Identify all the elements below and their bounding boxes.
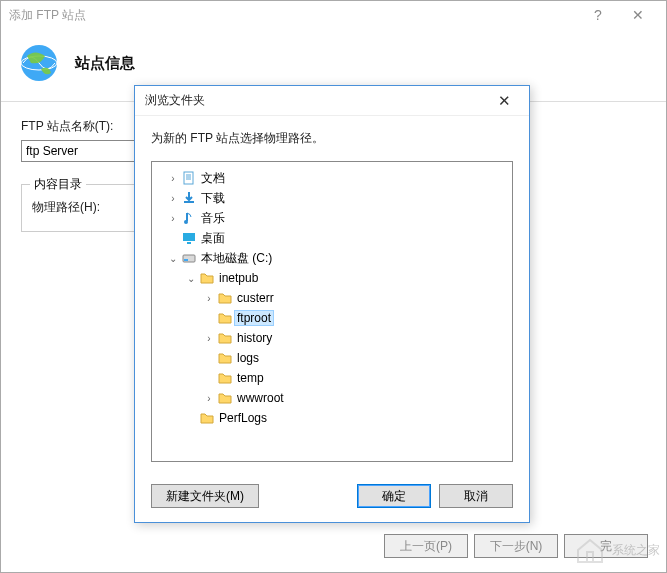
wizard-heading: 站点信息 <box>75 54 135 73</box>
tree-item-label: inetpub <box>216 270 261 286</box>
tree-item-label: PerfLogs <box>216 410 270 426</box>
help-button[interactable]: ? <box>578 7 618 23</box>
doc-icon <box>180 170 198 186</box>
tree-item[interactable]: ›custerr <box>158 288 506 308</box>
chevron-right-icon[interactable]: › <box>202 293 216 304</box>
folder-icon <box>216 330 234 346</box>
new-folder-button[interactable]: 新建文件夹(M) <box>151 484 259 508</box>
svg-rect-8 <box>183 233 195 241</box>
tree-item-label: 下载 <box>198 189 228 208</box>
tree-item-label: 文档 <box>198 169 228 188</box>
content-dir-fieldset: 内容目录 物理路径(H): <box>21 184 151 232</box>
folder-icon <box>216 390 234 406</box>
dialog-title: 浏览文件夹 <box>145 92 489 109</box>
folder-icon <box>216 310 234 326</box>
tree-item[interactable]: logs <box>158 348 506 368</box>
dialog-titlebar: 浏览文件夹 ✕ <box>135 86 529 116</box>
close-main-button[interactable]: ✕ <box>618 7 658 23</box>
chevron-down-icon[interactable]: ⌄ <box>184 273 198 284</box>
chevron-right-icon[interactable]: › <box>166 173 180 184</box>
tree-item[interactable]: ›文档 <box>158 168 506 188</box>
chevron-right-icon[interactable]: › <box>166 213 180 224</box>
main-titlebar: 添加 FTP 站点 ? ✕ <box>1 1 666 29</box>
finish-button[interactable]: 完 <box>564 534 648 558</box>
folder-icon <box>198 410 216 426</box>
desktop-icon <box>180 230 198 246</box>
back-button[interactable]: 上一页(P) <box>384 534 468 558</box>
tree-item-label: temp <box>234 370 267 386</box>
tree-item-label: 音乐 <box>198 209 228 228</box>
tree-item[interactable]: PerfLogs <box>158 408 506 428</box>
dialog-buttons: 新建文件夹(M) 确定 取消 <box>135 472 529 522</box>
chevron-down-icon[interactable]: ⌄ <box>166 253 180 264</box>
dialog-body: 为新的 FTP 站点选择物理路径。 ›文档›下载›音乐桌面⌄本地磁盘 (C:)⌄… <box>135 116 529 472</box>
tree-item-label: custerr <box>234 290 277 306</box>
svg-rect-11 <box>184 259 188 261</box>
add-ftp-site-window: 添加 FTP 站点 ? ✕ 站点信息 FTP 站点名称(T): 内容目录 物理路… <box>0 0 667 573</box>
tree-item[interactable]: ›下载 <box>158 188 506 208</box>
tree-item[interactable]: ftproot <box>158 308 506 328</box>
svg-point-7 <box>184 220 188 224</box>
tree-item[interactable]: 桌面 <box>158 228 506 248</box>
tree-item-label: 桌面 <box>198 229 228 248</box>
wizard-buttons: 上一页(P) 下一步(N) 完 <box>384 534 648 558</box>
content-dir-legend: 内容目录 <box>30 176 86 193</box>
disk-icon <box>180 250 198 266</box>
music-icon <box>180 210 198 226</box>
ok-button[interactable]: 确定 <box>357 484 431 508</box>
tree-item-label: logs <box>234 350 262 366</box>
chevron-right-icon[interactable]: › <box>202 333 216 344</box>
svg-rect-2 <box>184 172 193 184</box>
dialog-prompt: 为新的 FTP 站点选择物理路径。 <box>151 130 513 147</box>
chevron-right-icon[interactable]: › <box>166 193 180 204</box>
folder-tree[interactable]: ›文档›下载›音乐桌面⌄本地磁盘 (C:)⌄inetpub›custerrftp… <box>151 161 513 462</box>
svg-rect-9 <box>187 242 191 244</box>
physical-path-label: 物理路径(H): <box>32 199 140 216</box>
tree-item[interactable]: temp <box>158 368 506 388</box>
folder-icon <box>216 350 234 366</box>
folder-icon <box>216 370 234 386</box>
cancel-button[interactable]: 取消 <box>439 484 513 508</box>
tree-item-label: 本地磁盘 (C:) <box>198 249 275 268</box>
tree-item-label: history <box>234 330 275 346</box>
close-dialog-button[interactable]: ✕ <box>489 92 519 110</box>
tree-item[interactable]: ⌄本地磁盘 (C:) <box>158 248 506 268</box>
tree-item[interactable]: ›音乐 <box>158 208 506 228</box>
tree-item[interactable]: ›wwwroot <box>158 388 506 408</box>
folder-icon <box>198 270 216 286</box>
tree-item-label: wwwroot <box>234 390 287 406</box>
chevron-right-icon[interactable]: › <box>202 393 216 404</box>
download-icon <box>180 190 198 206</box>
tree-item-label: ftproot <box>234 310 274 326</box>
browse-folder-dialog: 浏览文件夹 ✕ 为新的 FTP 站点选择物理路径。 ›文档›下载›音乐桌面⌄本地… <box>134 85 530 523</box>
tree-item[interactable]: ›history <box>158 328 506 348</box>
tree-item[interactable]: ⌄inetpub <box>158 268 506 288</box>
next-button[interactable]: 下一步(N) <box>474 534 558 558</box>
globe-icon <box>17 41 61 85</box>
folder-icon <box>216 290 234 306</box>
main-title: 添加 FTP 站点 <box>9 7 578 24</box>
